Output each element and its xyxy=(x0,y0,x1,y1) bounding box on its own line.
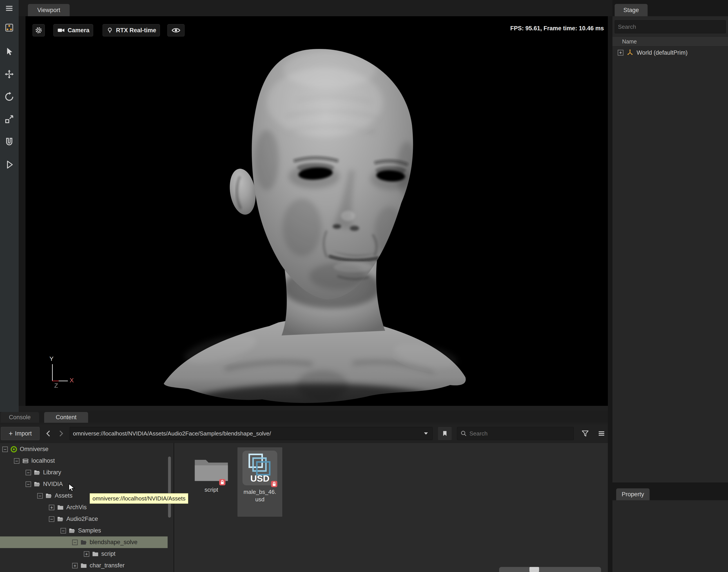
plus-expander-icon[interactable]: + xyxy=(84,551,89,557)
viewport-3d[interactable]: Camera RTX Real-time FPS: 95.61, Frame t… xyxy=(25,16,608,406)
property-panel xyxy=(612,500,728,572)
folder-open-icon xyxy=(33,469,41,477)
viewport-settings-button[interactable] xyxy=(33,24,45,37)
stage-search-field[interactable] xyxy=(615,20,726,33)
tab-content-label: Content xyxy=(56,414,77,421)
minus-expander-icon[interactable]: − xyxy=(2,446,8,452)
tree-item-label: Library xyxy=(43,469,61,476)
file-tile-folder[interactable]: script xyxy=(188,455,234,510)
plus-expander-icon[interactable]: + xyxy=(49,505,55,510)
path-field[interactable] xyxy=(70,427,432,440)
axis-y-line xyxy=(52,364,53,381)
file-label: male_bs_46.usd xyxy=(244,488,276,503)
folder-open-icon xyxy=(80,539,88,546)
tab-stage-label: Stage xyxy=(623,7,639,14)
import-button[interactable]: + Import xyxy=(1,427,40,440)
lock-icon xyxy=(270,480,278,488)
folder-open-icon xyxy=(68,527,76,535)
move-icon[interactable] xyxy=(3,68,16,81)
omniverse-icon xyxy=(10,445,18,453)
minus-expander-icon[interactable]: − xyxy=(14,458,19,463)
content-browser: Console Content + Import −Omniverse−loca… xyxy=(0,406,608,572)
minus-expander-icon[interactable]: − xyxy=(26,470,31,475)
gear-icon xyxy=(35,26,43,34)
folder-icon xyxy=(56,504,64,511)
file-label: script xyxy=(204,486,218,493)
axis-z-line xyxy=(52,380,59,381)
tree-item-Samples[interactable]: −Samples xyxy=(0,525,168,537)
left-toolbar xyxy=(0,0,19,412)
folder-open-icon xyxy=(33,480,41,488)
path-input[interactable] xyxy=(73,430,423,437)
minus-expander-icon[interactable]: − xyxy=(37,493,43,498)
view-options-icon[interactable] xyxy=(596,427,607,440)
tree-item-NVIDIA[interactable]: −NVIDIA xyxy=(0,478,168,490)
axis-x-label: X xyxy=(70,377,74,384)
plus-expander-icon[interactable]: + xyxy=(72,563,78,568)
tree-item-char_transfer[interactable]: +char_transfer xyxy=(0,560,168,571)
path-tooltip: omniverse://localhost/NVIDIA/Assets xyxy=(89,493,188,504)
scale-icon[interactable] xyxy=(3,113,16,126)
tab-property-label: Property xyxy=(622,491,644,498)
thumbnail-size-slider[interactable] xyxy=(499,567,601,572)
tree-item-label: Samples xyxy=(78,527,101,534)
lock-icon xyxy=(218,478,227,486)
tree-item-Library[interactable]: −Library xyxy=(0,467,168,478)
tab-viewport[interactable]: Viewport xyxy=(28,4,70,16)
play-icon[interactable] xyxy=(3,158,16,171)
server-icon xyxy=(21,457,29,465)
camera-menu-button[interactable]: Camera xyxy=(53,24,93,37)
file-tile-usd[interactable]: USDmale_bs_46.usd xyxy=(237,447,282,517)
tree-item-label: Assets xyxy=(55,492,72,499)
minus-expander-icon[interactable]: − xyxy=(49,516,55,522)
minus-expander-icon[interactable]: − xyxy=(61,528,66,533)
renderer-menu-button[interactable]: RTX Real-time xyxy=(103,24,160,37)
content-search-input[interactable] xyxy=(470,430,570,437)
select-icon[interactable] xyxy=(3,45,16,58)
bookmark-button[interactable] xyxy=(438,427,452,440)
minus-expander-icon[interactable]: − xyxy=(72,540,78,545)
tree-item-label: ArchVis xyxy=(66,504,87,511)
rotate-icon[interactable] xyxy=(3,90,16,103)
forward-button[interactable] xyxy=(56,427,66,440)
filter-icon[interactable] xyxy=(580,427,591,440)
slider-knob[interactable] xyxy=(530,567,539,572)
tab-property[interactable]: Property xyxy=(616,488,650,500)
stage-search-input[interactable] xyxy=(618,23,723,30)
plus-expander-icon[interactable]: + xyxy=(618,50,623,56)
renderer-menu-label: RTX Real-time xyxy=(116,27,156,34)
visibility-button[interactable] xyxy=(167,24,185,37)
tree-item-label: char_transfer xyxy=(89,562,125,569)
stage-row-world[interactable]: + World (defaultPrim) xyxy=(612,47,728,58)
3d-head-model xyxy=(25,16,608,406)
folder-open-icon xyxy=(56,515,64,523)
fps-stats: FPS: 95.61, Frame time: 10.46 ms xyxy=(510,25,604,32)
tab-content[interactable]: Content xyxy=(44,412,88,423)
minus-expander-icon[interactable]: − xyxy=(26,481,31,487)
menu-icon[interactable] xyxy=(3,2,16,15)
eye-icon xyxy=(171,26,181,35)
folder-icon xyxy=(92,550,99,558)
stage-name-column-header: Name xyxy=(612,37,728,47)
content-search-field[interactable] xyxy=(457,427,574,440)
plus-icon: + xyxy=(9,430,13,437)
tree-item-localhost[interactable]: −localhost xyxy=(0,455,168,467)
import-button-label: Import xyxy=(15,430,32,437)
tree-item-blendshape_solve[interactable]: −blendshape_solve xyxy=(0,537,168,548)
snap-icon[interactable] xyxy=(3,136,16,149)
folder-open-icon xyxy=(45,492,53,500)
viewport-layout-icon[interactable] xyxy=(3,21,16,34)
back-button[interactable] xyxy=(44,427,54,440)
tree-scrollbar[interactable] xyxy=(168,456,171,517)
tab-console[interactable]: Console xyxy=(0,412,39,423)
camera-icon xyxy=(57,26,65,34)
search-icon xyxy=(460,430,467,437)
tree-item-label: localhost xyxy=(32,457,55,464)
svg-text:USD: USD xyxy=(250,474,269,484)
tab-console-label: Console xyxy=(9,414,31,421)
tree-item-Omniverse[interactable]: −Omniverse xyxy=(0,443,168,455)
tab-stage[interactable]: Stage xyxy=(615,4,648,16)
tree-item-script[interactable]: +script xyxy=(0,548,168,560)
chevron-down-icon[interactable] xyxy=(423,430,429,437)
tree-item-Audio2Face[interactable]: −Audio2Face xyxy=(0,513,168,525)
